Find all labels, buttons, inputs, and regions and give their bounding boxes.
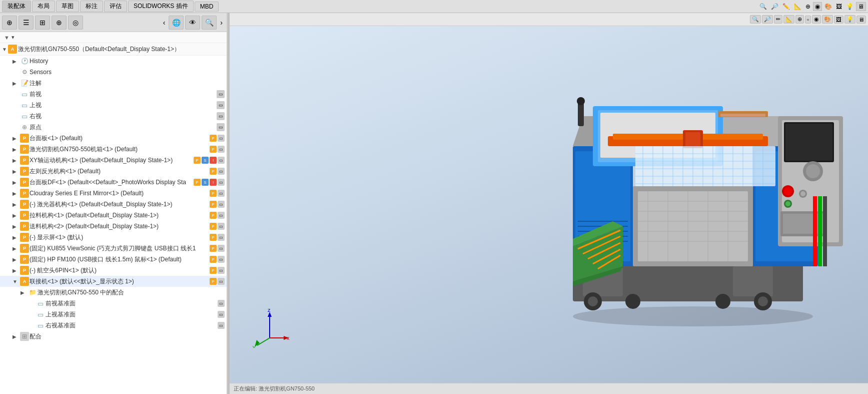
view-icon-7[interactable]: 🎨 [823,3,833,11]
tree-item-part1[interactable]: ▶ P 台面板<1> (Default) P ▭ [0,133,227,144]
tree-item-front-view[interactable]: ▭ 前视 ▭ [0,89,227,100]
toolbar-btn-list[interactable]: ☰ [19,16,34,30]
part7-label: (-) 激光器机构<1> (Default<Default_Display St… [30,200,209,209]
tree-item-part2[interactable]: ▶ P 激光切割机GN750-550机箱<1> (Default) P ▭ [0,144,227,155]
tree-item-part10[interactable]: ▶ P (-) 显示屏<1> (默认) P ▭ [0,232,227,243]
connector-label: 联接机<1> (默认<<默认>_显示状态 1>) [30,277,209,286]
view-btn-7[interactable]: ◉ [812,15,821,24]
tree-item-front-base[interactable]: ▭ 前视基准面 ▭ [0,298,227,309]
tree-item-part3[interactable]: ▶ P XY轴运动机构<1> (Default<Default_Display … [0,155,227,166]
toolbar-btn-grid[interactable]: ⊞ [35,16,50,30]
view-btn-9[interactable]: 🖼 [834,16,843,24]
filter-dropdown[interactable]: ▾ [12,34,15,41]
part6-expand: ▶ [13,191,20,196]
tree-item-part7[interactable]: ▶ P (-) 激光器机构<1> (Default<Default_Displa… [0,199,227,210]
status-bar: 正在编辑: 激光切割机GN750-550 [230,383,868,394]
toolbar-btn-target[interactable]: ⊕ [52,16,67,30]
view-icon-6[interactable]: ◉ [813,2,822,11]
view-btn-10[interactable]: 💡 [844,15,855,24]
part11-icon-view: ▭ [218,245,225,252]
view-btn-6[interactable]: ▫ [805,16,811,24]
tab-solidworks-plugin[interactable]: SOLIDWORKS 插件 [128,1,194,12]
part3-expand: ▶ [13,158,20,163]
toolbar-btn-eye[interactable]: 👁 [185,16,200,30]
tree-item-connector[interactable]: ▼ A 联接机<1> (默认<<默认>_显示状态 1>) P ▭ [0,276,227,287]
front-view-icon: ▭ [20,90,29,99]
tree-item-part8[interactable]: ▶ P 拉料机构<1> (Default<Default_Display Sta… [0,210,227,221]
tab-mbd[interactable]: MBD [195,2,219,12]
view-icon-10[interactable]: 🖥 [856,2,866,11]
tree-item-part12[interactable]: ▶ P (固定) HP FM100 (USB接口 线长1.5m) 鼠标<1> (… [0,254,227,265]
svg-marker-93 [255,340,260,347]
view-icon-4[interactable]: 📐 [792,3,803,11]
svg-point-43 [784,187,792,195]
svg-text:z: z [268,308,271,313]
part11-icon: P [20,244,29,253]
view-btn-3[interactable]: ✏ [774,15,782,24]
view-btn-1[interactable]: 🔍 [750,15,761,24]
tab-assembly[interactable]: 装配体 [2,1,31,12]
tree-item-top-base[interactable]: ▭ 上视基准面 ▭ [0,309,227,320]
part13-label: (-) 航空头6PIN<1> (默认) [30,266,209,275]
left-toolbar: ⊕ ☰ ⊞ ⊕ ◎ ‹ 🌐 👁 🔍 › [0,13,227,32]
tree-root[interactable]: ▼ A 激光切割机GN750-550（Default<Default_Displ… [0,43,227,56]
view-icon-8[interactable]: 🖼 [834,3,843,11]
tree-item-part9[interactable]: ▶ P 送料机构<2> (Default<Default_Display Sta… [0,221,227,232]
tree-item-notes[interactable]: ▶ 📝 注解 [0,78,227,89]
view-btn-11[interactable]: 🖥 [856,16,866,24]
toolbar-btn-globe[interactable]: 🌐 [169,16,184,30]
right-base-icon: ▭ [36,321,45,330]
right-view-icon: ▭ [20,112,29,121]
part11-expand: ▶ [13,246,20,251]
part10-expand: ▶ [13,235,20,240]
part5-icon-orange: P [194,179,201,186]
history-label: History [30,58,48,65]
tree-item-part13[interactable]: ▶ P (-) 航空头6PIN<1> (默认) P ▭ [0,265,227,276]
tab-evaluate[interactable]: 评估 [104,1,127,12]
tree-item-top-view[interactable]: ▭ 上视 ▭ [0,100,227,111]
tab-sketch[interactable]: 草图 [56,1,79,12]
view-icon-1[interactable]: 🔍 [758,3,768,11]
history-icon: 🕐 [20,57,29,66]
tree-item-sensors[interactable]: ⚙ Sensors [0,67,227,78]
toolbar-btn-glasses[interactable]: 🔍 [202,16,217,30]
mates-label: 配合 [30,332,225,341]
notes-icon: 📝 [20,79,29,88]
view-icon-5[interactable]: ⊕ [804,3,812,11]
svg-rect-53 [685,132,700,146]
tree-item-part4[interactable]: ▶ P 左则反光机构<1> (Default) P ▭ [0,166,227,177]
svg-rect-3 [733,266,773,296]
tree-item-mates[interactable]: ▶ ⊞ 配合 [0,331,227,342]
toolbar-btn-circle[interactable]: ◎ [68,16,83,30]
view-icon-9[interactable]: 💡 [844,3,855,11]
tree-item-part6[interactable]: ▶ P Cloudray Series E First Mirror<1> (D… [0,188,227,199]
viewport-3d[interactable]: z x y [230,26,868,383]
view-icon-2[interactable]: 🔎 [769,3,780,11]
view-btn-8[interactable]: 🎨 [822,15,833,24]
tree-item-part11[interactable]: ▶ P (固定) KU855 ViewSonic (巧克力式剪刀脚键盘 USB接… [0,243,227,254]
tab-annotation[interactable]: 标注 [80,1,103,12]
tab-layout[interactable]: 布局 [32,1,55,12]
tree-item-part5[interactable]: ▶ P 台面板DF<1> (Default<<Default>_PhotoWor… [0,177,227,188]
view-btn-4[interactable]: 📐 [783,15,794,24]
nav-arrow-left[interactable]: ‹ [161,18,168,28]
tree-area: ▼ A 激光切割机GN750-550（Default<Default_Displ… [0,43,227,394]
tree-item-right-base[interactable]: ▭ 右视基准面 ▭ [0,320,227,331]
right-base-action: ▭ [218,322,225,329]
svg-rect-81 [813,196,817,266]
part13-icon: P [20,266,29,275]
view-btn-2[interactable]: 🔎 [762,15,773,24]
tree-item-origin[interactable]: ⊕ 原点 ▭ [0,122,227,133]
part12-expand: ▶ [13,257,20,262]
toolbar-btn-home[interactable]: ⊕ [2,16,17,30]
part9-icon: P [20,222,29,231]
svg-rect-54 [635,146,775,186]
view-btn-5[interactable]: ⊕ [795,15,804,24]
tree-item-right-view[interactable]: ▭ 右视 ▭ [0,111,227,122]
tree-item-history[interactable]: ▶ 🕐 History [0,56,227,67]
view-icon-3[interactable]: ✏️ [781,3,791,11]
part4-expand: ▶ [13,169,20,174]
tree-item-connector-sub1[interactable]: ▶ 📁 激光切割机GN750-550 中的配合 [0,287,227,298]
svg-text:y: y [253,344,256,348]
nav-arrow-right[interactable]: › [218,18,225,28]
